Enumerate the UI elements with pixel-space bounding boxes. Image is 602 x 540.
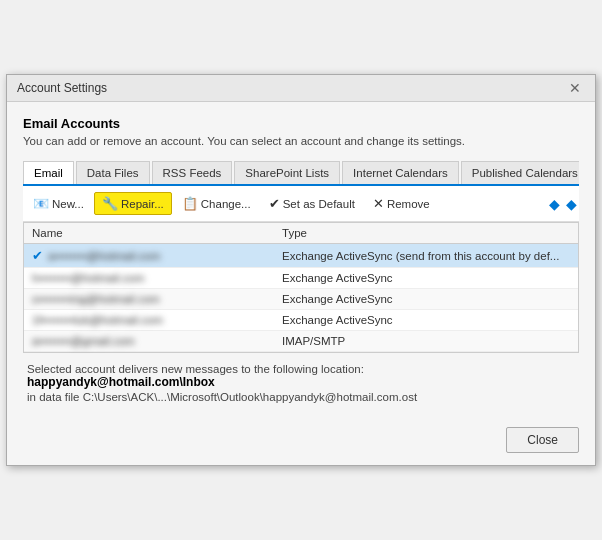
title-close-button[interactable]: ✕ xyxy=(565,81,585,95)
col-name-header: Name xyxy=(32,227,282,239)
remove-icon: ✕ xyxy=(373,196,384,211)
account-name: 1f••••••••lub@hotmail.com xyxy=(32,314,163,326)
account-name: h••••••••@hotmail.com xyxy=(32,272,144,284)
new-button[interactable]: 📧 New... xyxy=(25,192,92,215)
new-icon: 📧 xyxy=(33,196,49,211)
tab-rss-feeds[interactable]: RSS Feeds xyxy=(152,161,233,186)
set-default-button[interactable]: ✔ Set as Default xyxy=(261,192,363,215)
account-type: Exchange ActiveSync xyxy=(282,314,570,326)
close-button[interactable]: Close xyxy=(506,427,579,453)
change-button[interactable]: 📋 Change... xyxy=(174,192,259,215)
table-row[interactable]: h••••••••@hotmail.com Exchange ActiveSyn… xyxy=(24,268,578,289)
section-heading: Email Accounts xyxy=(23,116,579,131)
dialog-footer: Close xyxy=(7,419,595,465)
table-row[interactable]: o••••••••ing@hotmail.com Exchange Active… xyxy=(24,289,578,310)
col-type-header: Type xyxy=(282,227,570,239)
remove-label: Remove xyxy=(387,198,430,210)
dialog-body: Email Accounts You can add or remove an … xyxy=(7,102,595,419)
change-icon: 📋 xyxy=(182,196,198,211)
table-row[interactable]: ✔ a••••••••@hotmail.com Exchange ActiveS… xyxy=(24,244,578,268)
account-settings-dialog: Account Settings ✕ Email Accounts You ca… xyxy=(6,74,596,466)
account-name: o••••••••ing@hotmail.com xyxy=(32,293,160,305)
set-default-label: Set as Default xyxy=(283,198,355,210)
section-description: You can add or remove an account. You ca… xyxy=(23,135,579,147)
tab-bar: Email Data Files RSS Feeds SharePoint Li… xyxy=(23,159,579,186)
account-type: Exchange ActiveSync xyxy=(282,293,570,305)
delivery-location: happyandyk@hotmail.com\Inbox xyxy=(27,375,575,389)
accounts-table: Name Type ✔ a••••••••@hotmail.com Exchan… xyxy=(23,222,579,353)
account-name: a••••••••@gmail.com xyxy=(32,335,135,347)
move-up-icon[interactable]: ◆ xyxy=(549,196,560,212)
repair-icon: 🔧 xyxy=(102,196,118,211)
repair-label: Repair... xyxy=(121,198,164,210)
move-down-icon[interactable]: ◆ xyxy=(566,196,577,212)
remove-button[interactable]: ✕ Remove xyxy=(365,192,438,215)
table-row[interactable]: a••••••••@gmail.com IMAP/SMTP xyxy=(24,331,578,352)
check-circle-icon: ✔ xyxy=(269,196,280,211)
footer-info: Selected account delivers new messages t… xyxy=(23,353,579,409)
tab-email[interactable]: Email xyxy=(23,161,74,186)
account-type: Exchange ActiveSync (send from this acco… xyxy=(282,250,570,262)
tab-data-files[interactable]: Data Files xyxy=(76,161,150,186)
change-label: Change... xyxy=(201,198,251,210)
account-name: a••••••••@hotmail.com xyxy=(48,250,160,262)
table-row[interactable]: 1f••••••••lub@hotmail.com Exchange Activ… xyxy=(24,310,578,331)
toolbar: 📧 New... 🔧 Repair... 📋 Change... ✔ Set a… xyxy=(23,186,579,222)
data-file-info: in data file C:\Users\ACK\...\Microsoft\… xyxy=(27,391,417,403)
table-header: Name Type xyxy=(24,223,578,244)
footer-info-text: Selected account delivers new messages t… xyxy=(27,363,364,375)
new-label: New... xyxy=(52,198,84,210)
row-check-icon: ✔ xyxy=(32,248,43,263)
account-type: IMAP/SMTP xyxy=(282,335,570,347)
tab-published-calendars[interactable]: Published Calendars xyxy=(461,161,579,186)
account-type: Exchange ActiveSync xyxy=(282,272,570,284)
dialog-title: Account Settings xyxy=(17,81,107,95)
tab-sharepoint-lists[interactable]: SharePoint Lists xyxy=(234,161,340,186)
title-bar: Account Settings ✕ xyxy=(7,75,595,102)
tab-internet-calendars[interactable]: Internet Calendars xyxy=(342,161,459,186)
repair-button[interactable]: 🔧 Repair... xyxy=(94,192,172,215)
